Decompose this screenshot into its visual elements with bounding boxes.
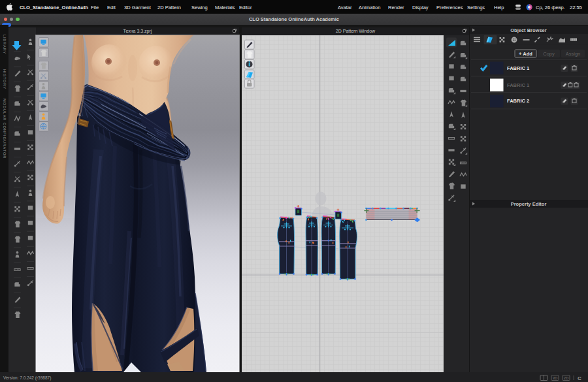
svg-text:Copy: Copy — [543, 51, 555, 57]
svg-text:3D: 3D — [553, 376, 558, 380]
svg-text:+ Add: + Add — [519, 51, 532, 57]
svg-text:FABRIC 1: FABRIC 1 — [507, 65, 529, 71]
svg-text:FABRIC 1: FABRIC 1 — [507, 82, 529, 88]
svg-text:FABRIC 2: FABRIC 2 — [507, 98, 529, 104]
svg-text:Object Browser: Object Browser — [510, 27, 547, 33]
svg-text:Assign: Assign — [566, 51, 581, 57]
svg-text:Property Editor: Property Editor — [511, 201, 547, 207]
svg-text:C: C — [578, 375, 581, 381]
svg-text:2D: 2D — [564, 376, 569, 380]
